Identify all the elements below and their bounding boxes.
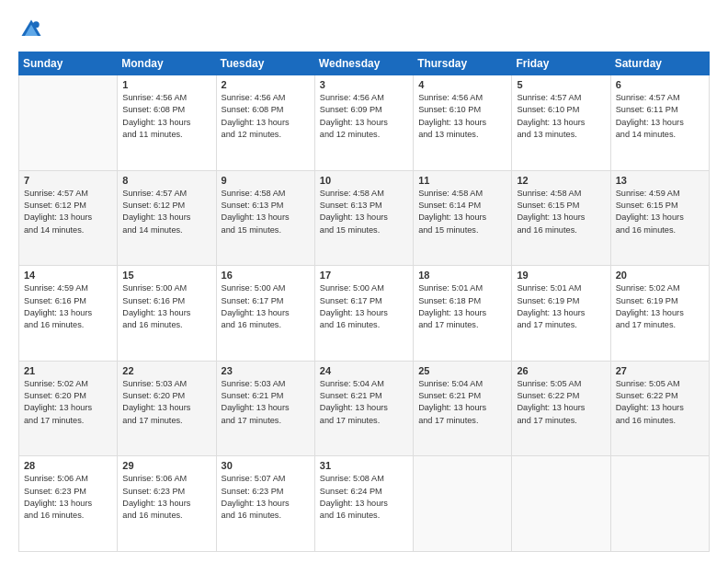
calendar-cell: 17Sunrise: 5:00 AM Sunset: 6:17 PM Dayli…	[314, 266, 413, 362]
day-number: 30	[222, 460, 310, 471]
cell-info: Sunrise: 4:57 AM Sunset: 6:12 PM Dayligh…	[122, 188, 210, 236]
cell-info: Sunrise: 4:59 AM Sunset: 6:15 PM Dayligh…	[616, 188, 704, 236]
weekday-header: Tuesday	[216, 52, 314, 75]
cell-info: Sunrise: 5:05 AM Sunset: 6:22 PM Dayligh…	[517, 378, 605, 427]
day-number: 7	[24, 175, 112, 186]
day-number: 17	[320, 270, 408, 281]
cell-info: Sunrise: 4:58 AM Sunset: 6:14 PM Dayligh…	[418, 188, 506, 236]
cell-info: Sunrise: 4:56 AM Sunset: 6:10 PM Dayligh…	[418, 92, 506, 141]
calendar-week-row: 14Sunrise: 4:59 AM Sunset: 6:16 PM Dayli…	[19, 266, 710, 362]
day-number: 19	[517, 270, 605, 281]
day-number: 9	[222, 175, 310, 186]
cell-info: Sunrise: 5:08 AM Sunset: 6:24 PM Dayligh…	[320, 473, 408, 522]
day-number: 12	[517, 175, 605, 186]
calendar-cell: 23Sunrise: 5:03 AM Sunset: 6:21 PM Dayli…	[216, 361, 314, 456]
day-number: 14	[24, 270, 112, 281]
calendar-cell: 7Sunrise: 4:57 AM Sunset: 6:12 PM Daylig…	[19, 170, 118, 266]
cell-info: Sunrise: 5:00 AM Sunset: 6:17 PM Dayligh…	[222, 282, 310, 331]
cell-info: Sunrise: 4:58 AM Sunset: 6:15 PM Dayligh…	[517, 188, 605, 236]
calendar-cell: 2Sunrise: 4:56 AM Sunset: 6:08 PM Daylig…	[216, 75, 314, 171]
calendar-cell: 13Sunrise: 4:59 AM Sunset: 6:15 PM Dayli…	[610, 170, 709, 266]
day-number: 29	[122, 460, 210, 471]
calendar-cell: 1Sunrise: 4:56 AM Sunset: 6:08 PM Daylig…	[118, 75, 216, 171]
calendar-week-row: 1Sunrise: 4:56 AM Sunset: 6:08 PM Daylig…	[19, 75, 710, 171]
day-number: 21	[24, 365, 112, 376]
cell-info: Sunrise: 4:56 AM Sunset: 6:08 PM Dayligh…	[222, 92, 310, 141]
cell-info: Sunrise: 5:01 AM Sunset: 6:18 PM Dayligh…	[418, 282, 506, 331]
day-number: 23	[222, 365, 310, 376]
calendar-cell	[414, 456, 512, 552]
day-number: 15	[122, 270, 210, 281]
cell-info: Sunrise: 5:04 AM Sunset: 6:21 PM Dayligh…	[418, 378, 506, 427]
calendar-cell: 22Sunrise: 5:03 AM Sunset: 6:20 PM Dayli…	[118, 361, 216, 456]
cell-info: Sunrise: 5:06 AM Sunset: 6:23 PM Dayligh…	[24, 473, 112, 522]
cell-info: Sunrise: 4:59 AM Sunset: 6:16 PM Dayligh…	[24, 282, 112, 331]
calendar-cell: 21Sunrise: 5:02 AM Sunset: 6:20 PM Dayli…	[19, 361, 118, 456]
day-number: 6	[616, 79, 704, 90]
cell-info: Sunrise: 5:07 AM Sunset: 6:23 PM Dayligh…	[222, 473, 310, 522]
day-number: 13	[616, 175, 704, 186]
cell-info: Sunrise: 5:02 AM Sunset: 6:19 PM Dayligh…	[616, 282, 704, 331]
calendar-cell: 24Sunrise: 5:04 AM Sunset: 6:21 PM Dayli…	[314, 361, 413, 456]
calendar-cell: 25Sunrise: 5:04 AM Sunset: 6:21 PM Dayli…	[414, 361, 512, 456]
header	[18, 17, 710, 42]
day-number: 4	[418, 79, 506, 90]
weekday-header: Sunday	[19, 52, 118, 75]
cell-info: Sunrise: 4:58 AM Sunset: 6:13 PM Dayligh…	[222, 188, 310, 236]
calendar-cell: 28Sunrise: 5:06 AM Sunset: 6:23 PM Dayli…	[19, 456, 118, 552]
logo-icon	[18, 17, 44, 42]
calendar-cell: 6Sunrise: 4:57 AM Sunset: 6:11 PM Daylig…	[610, 75, 709, 171]
day-number: 2	[222, 79, 310, 90]
cell-info: Sunrise: 4:56 AM Sunset: 6:08 PM Dayligh…	[122, 92, 210, 141]
calendar-cell: 5Sunrise: 4:57 AM Sunset: 6:10 PM Daylig…	[512, 75, 610, 171]
cell-info: Sunrise: 5:00 AM Sunset: 6:17 PM Dayligh…	[320, 282, 408, 331]
calendar-week-row: 7Sunrise: 4:57 AM Sunset: 6:12 PM Daylig…	[19, 170, 710, 266]
calendar-cell: 30Sunrise: 5:07 AM Sunset: 6:23 PM Dayli…	[216, 456, 314, 552]
cell-info: Sunrise: 4:57 AM Sunset: 6:11 PM Dayligh…	[616, 92, 704, 141]
day-number: 16	[222, 270, 310, 281]
day-number: 5	[517, 79, 605, 90]
cell-info: Sunrise: 5:04 AM Sunset: 6:21 PM Dayligh…	[320, 378, 408, 427]
calendar-cell: 16Sunrise: 5:00 AM Sunset: 6:17 PM Dayli…	[216, 266, 314, 362]
calendar-cell: 26Sunrise: 5:05 AM Sunset: 6:22 PM Dayli…	[512, 361, 610, 456]
day-number: 24	[320, 365, 408, 376]
calendar-header-row: SundayMondayTuesdayWednesdayThursdayFrid…	[19, 52, 710, 75]
calendar-cell: 8Sunrise: 4:57 AM Sunset: 6:12 PM Daylig…	[118, 170, 216, 266]
cell-info: Sunrise: 4:57 AM Sunset: 6:10 PM Dayligh…	[517, 92, 605, 141]
day-number: 10	[320, 175, 408, 186]
cell-info: Sunrise: 5:00 AM Sunset: 6:16 PM Dayligh…	[122, 282, 210, 331]
cell-info: Sunrise: 4:56 AM Sunset: 6:09 PM Dayligh…	[320, 92, 408, 141]
day-number: 26	[517, 365, 605, 376]
calendar-cell: 29Sunrise: 5:06 AM Sunset: 6:23 PM Dayli…	[118, 456, 216, 552]
logo	[18, 17, 48, 42]
calendar-cell: 27Sunrise: 5:05 AM Sunset: 6:22 PM Dayli…	[610, 361, 709, 456]
weekday-header: Saturday	[610, 52, 709, 75]
page: SundayMondayTuesdayWednesdayThursdayFrid…	[0, 0, 728, 563]
calendar-week-row: 21Sunrise: 5:02 AM Sunset: 6:20 PM Dayli…	[19, 361, 710, 456]
svg-point-2	[33, 21, 40, 28]
weekday-header: Friday	[512, 52, 610, 75]
day-number: 20	[616, 270, 704, 281]
weekday-header: Thursday	[414, 52, 512, 75]
calendar-cell: 3Sunrise: 4:56 AM Sunset: 6:09 PM Daylig…	[314, 75, 413, 171]
day-number: 22	[122, 365, 210, 376]
day-number: 1	[122, 79, 210, 90]
calendar-cell: 14Sunrise: 4:59 AM Sunset: 6:16 PM Dayli…	[19, 266, 118, 362]
day-number: 27	[616, 365, 704, 376]
calendar-cell	[610, 456, 709, 552]
calendar-cell: 4Sunrise: 4:56 AM Sunset: 6:10 PM Daylig…	[414, 75, 512, 171]
day-number: 31	[320, 460, 408, 471]
calendar-cell: 18Sunrise: 5:01 AM Sunset: 6:18 PM Dayli…	[414, 266, 512, 362]
calendar-cell: 15Sunrise: 5:00 AM Sunset: 6:16 PM Dayli…	[118, 266, 216, 362]
cell-info: Sunrise: 5:02 AM Sunset: 6:20 PM Dayligh…	[24, 378, 112, 427]
calendar-table: SundayMondayTuesdayWednesdayThursdayFrid…	[18, 52, 710, 552]
calendar-cell: 11Sunrise: 4:58 AM Sunset: 6:14 PM Dayli…	[414, 170, 512, 266]
calendar-week-row: 28Sunrise: 5:06 AM Sunset: 6:23 PM Dayli…	[19, 456, 710, 552]
calendar-cell: 31Sunrise: 5:08 AM Sunset: 6:24 PM Dayli…	[314, 456, 413, 552]
cell-info: Sunrise: 4:57 AM Sunset: 6:12 PM Dayligh…	[24, 188, 112, 236]
cell-info: Sunrise: 5:06 AM Sunset: 6:23 PM Dayligh…	[122, 473, 210, 522]
day-number: 8	[122, 175, 210, 186]
day-number: 28	[24, 460, 112, 471]
weekday-header: Monday	[118, 52, 216, 75]
cell-info: Sunrise: 5:03 AM Sunset: 6:21 PM Dayligh…	[222, 378, 310, 427]
